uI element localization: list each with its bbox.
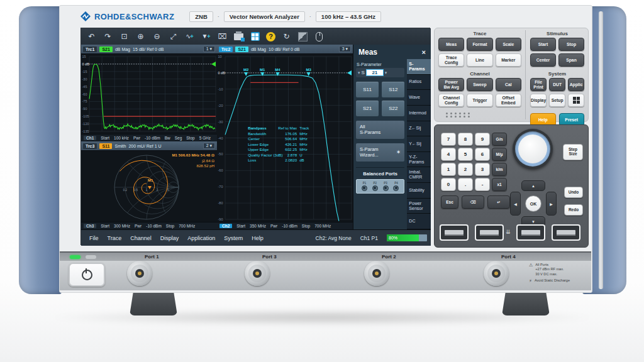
all-sparams-button[interactable]: All S-Params: [356, 121, 404, 139]
esc-key[interactable]: Esc: [441, 195, 458, 209]
keypad-k-m-key[interactable]: k/m: [492, 163, 507, 176]
fullscreen-icon[interactable]: ⤢: [168, 31, 179, 42]
keypad-7-key[interactable]: 7: [441, 133, 456, 146]
rotary-knob[interactable]: [513, 129, 553, 169]
keypad-x1-key[interactable]: x1: [492, 178, 507, 191]
dut-key[interactable]: DUT: [549, 78, 565, 91]
tab-ratios[interactable]: Ratios: [407, 75, 431, 90]
keypad-3-key[interactable]: 3: [475, 163, 490, 176]
backspace-key[interactable]: ⌫: [462, 195, 484, 209]
zoom-in-icon[interactable]: ⊕: [135, 31, 146, 42]
balanced-ports-widget[interactable]: P1P2P3P4: [356, 179, 404, 194]
menu-system[interactable]: System: [219, 233, 247, 243]
power-button[interactable]: [69, 263, 105, 287]
sparam-button-s12[interactable]: S12: [382, 82, 404, 97]
center-key[interactable]: Center: [530, 53, 556, 67]
tab-intermod[interactable]: Intermod: [407, 106, 431, 121]
channel-config-key[interactable]: Channel Config: [438, 94, 464, 107]
trc1-plot[interactable]: 150 dB-15-30-45-60-75-90-105-120-135: [81, 54, 217, 134]
help-icon[interactable]: ?: [266, 32, 275, 41]
touch-icon[interactable]: [314, 31, 325, 42]
chevron-down-icon[interactable]: ▾: [385, 70, 387, 75]
print-icon[interactable]: [233, 31, 244, 42]
tab-imbal-cmrr[interactable]: Imbal. CMRR: [407, 167, 431, 183]
add-marker-icon[interactable]: ▼+: [201, 31, 211, 42]
windows-icon[interactable]: [250, 31, 260, 42]
trc2-header[interactable]: Trc2S21dB Mag10 dB/ Ref 0 dB3 ▾: [217, 45, 353, 54]
keypad-m-µ-key[interactable]: M/µ: [492, 148, 507, 161]
close-icon[interactable]: ×: [422, 48, 426, 56]
keypad---key[interactable]: -: [475, 178, 490, 191]
sparam-button-s22[interactable]: S22: [382, 101, 404, 116]
redo-key[interactable]: Redo: [564, 204, 583, 216]
menu-channel[interactable]: Channel: [126, 233, 156, 243]
tab-y←sij[interactable]: Y←Sij: [407, 136, 431, 152]
power-bw-avg-key[interactable]: Power Bw Avg: [438, 78, 464, 91]
menu-file[interactable]: File: [85, 233, 103, 243]
line-key[interactable]: Line: [467, 53, 492, 67]
window-selector[interactable]: 1 ▾: [203, 46, 215, 52]
start-key[interactable]: Start: [530, 38, 556, 51]
tab-s--params[interactable]: S- Params: [407, 59, 431, 75]
step-size-key[interactable]: Step Size: [563, 144, 583, 160]
window-selector[interactable]: 2 ▾: [203, 143, 215, 149]
cal-key[interactable]: Cal: [496, 78, 521, 91]
screenshot-icon[interactable]: [297, 31, 308, 42]
menu-trace[interactable]: Trace: [103, 233, 126, 243]
zoom-out-icon[interactable]: ⊖: [152, 31, 162, 42]
applic-key[interactable]: Applic: [568, 78, 584, 91]
keypad-6-key[interactable]: 6: [475, 148, 490, 161]
scale-key[interactable]: Scale: [496, 38, 521, 51]
window-selector[interactable]: 3 ▾: [339, 46, 351, 52]
keypad-0-key[interactable]: 0: [441, 178, 456, 191]
tab-z←sij[interactable]: Z←Sij: [407, 121, 431, 137]
tab-power-sensor[interactable]: Power Sensor: [407, 199, 431, 214]
menu-help[interactable]: Help: [247, 233, 268, 243]
add-trace-icon[interactable]: ∿+: [184, 31, 195, 42]
keypad-g-n-key[interactable]: G/n: [492, 133, 507, 146]
refresh-icon[interactable]: ↻: [281, 31, 292, 42]
trc3-header[interactable]: Trc3S11Smith200 mU/ Ref 1 U2 ▾: [81, 141, 217, 151]
trc1-header[interactable]: Trc1S21dB Mag15 dB/ Ref 0 dB1 ▾: [81, 45, 217, 54]
format-key[interactable]: Format: [467, 38, 492, 51]
span-key[interactable]: Span: [558, 53, 584, 67]
stop-key[interactable]: Stop: [558, 38, 584, 51]
keypad-dot-key[interactable]: .: [458, 178, 473, 191]
file-print-key[interactable]: File Print: [530, 78, 547, 91]
undo-key[interactable]: Undo: [564, 187, 583, 198]
sweep-key[interactable]: Sweep: [467, 78, 492, 91]
zoom-select-icon[interactable]: ⊡: [119, 31, 130, 42]
arrow-up-key[interactable]: ▲: [521, 180, 545, 191]
keypad-4-key[interactable]: 4: [441, 148, 456, 161]
menu-application[interactable]: Application: [183, 233, 219, 243]
enter-key[interactable]: ↵: [487, 195, 510, 209]
keypad-2-key[interactable]: 2: [458, 163, 473, 176]
chevron-down-icon[interactable]: ▾: [358, 70, 360, 75]
keypad-5-key[interactable]: 5: [458, 148, 473, 161]
tab-wave[interactable]: Wave: [407, 90, 431, 106]
trc3-smith-plot[interactable]: 0.20.5125M1M1 506.63 MHz 54.48 Ωj2.64 Ω8…: [81, 151, 217, 222]
trigger-key[interactable]: Trigger: [467, 94, 492, 107]
menu-display[interactable]: Display: [156, 233, 184, 243]
trc2-plot[interactable]: 100 dB-10-20-30-40-50-60-70-80-90M2M1M4M…: [217, 54, 353, 222]
s-parameter-value[interactable]: 21: [366, 69, 384, 76]
tab-y-z--params[interactable]: Y-Z- Params: [407, 152, 431, 168]
sparam-wizard-button[interactable]: S-Param Wizard... ✶: [356, 143, 404, 162]
display-key[interactable]: Display: [530, 94, 547, 107]
windows-key[interactable]: [568, 94, 584, 107]
redo-icon[interactable]: ↷: [103, 31, 113, 42]
sparam-button-s21[interactable]: S21: [356, 101, 379, 116]
delete-icon[interactable]: ⌧: [217, 31, 228, 42]
setup-key[interactable]: Setup: [549, 94, 565, 107]
tab-stability[interactable]: Stability: [407, 183, 431, 199]
keypad-9-key[interactable]: 9: [475, 133, 490, 146]
marker-key[interactable]: Marker: [496, 53, 521, 67]
ok-key[interactable]: OK: [525, 195, 541, 212]
trace-config-key[interactable]: Trace Config: [438, 53, 464, 67]
sparam-button-s11[interactable]: S11: [356, 82, 379, 97]
arrow-left-key[interactable]: ◀: [510, 192, 521, 216]
offset-embed-key[interactable]: Offset Embed: [496, 94, 521, 107]
keypad-8-key[interactable]: 8: [458, 133, 473, 146]
tab-dc[interactable]: DC: [407, 214, 431, 229]
meas-key[interactable]: Meas: [438, 38, 464, 51]
